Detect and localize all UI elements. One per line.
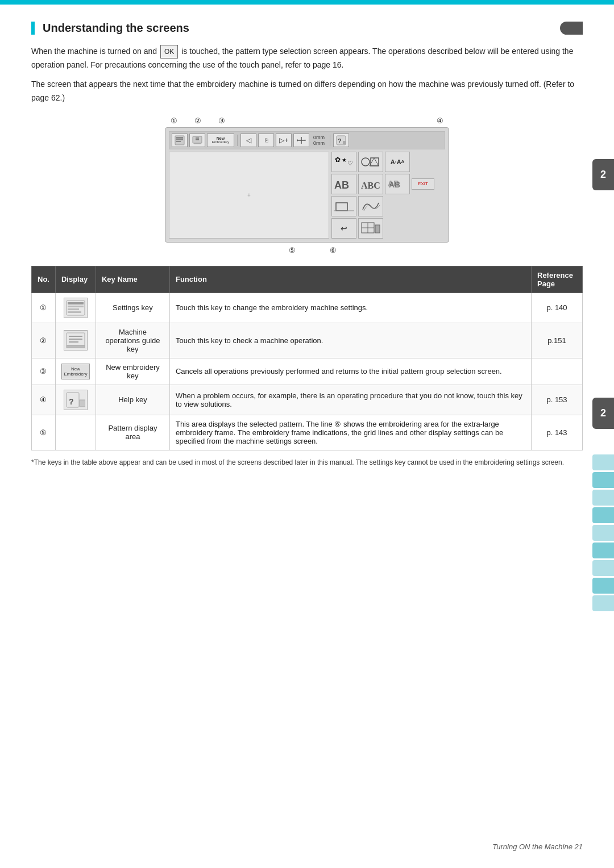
row5-function: This area displays the selected pattern.… bbox=[169, 415, 531, 450]
pattern-buttons-area: ✿ ★ ♡ bbox=[331, 152, 445, 239]
row4-function: When a problem occurs, for example, ther… bbox=[169, 385, 531, 415]
tb-right-arrow: ▷+ bbox=[276, 133, 292, 147]
svg-rect-34 bbox=[68, 308, 79, 310]
pattern-row-4: ↩ bbox=[331, 218, 445, 239]
tb-size-text: 0mm0mm bbox=[313, 135, 325, 146]
callout-bottom: ⑤ ⑥ bbox=[165, 246, 449, 254]
row4-no: ④ bbox=[32, 385, 56, 415]
row1-keyname: Settings key bbox=[96, 293, 169, 323]
callout-1: ① bbox=[171, 116, 177, 125]
svg-text:?: ? bbox=[69, 397, 74, 406]
col-header-display: Display bbox=[55, 266, 96, 293]
col-header-keyname: Key Name bbox=[96, 266, 169, 293]
svg-rect-5 bbox=[194, 143, 201, 144]
svg-rect-42 bbox=[80, 400, 85, 407]
tb-separator-2 bbox=[330, 135, 330, 146]
intro-paragraph-1: When the machine is turned on and OK is … bbox=[31, 45, 583, 72]
stripe-6 bbox=[592, 542, 614, 558]
svg-point-18 bbox=[362, 158, 370, 166]
top-bar bbox=[0, 0, 614, 5]
row5-no: ⑤ bbox=[32, 415, 56, 450]
intro-text-before: When the machine is turned on and bbox=[31, 47, 157, 56]
settings-key-icon bbox=[64, 298, 88, 318]
row4-display: ? bbox=[55, 385, 96, 415]
row3-function: Cancels all operations previously perfor… bbox=[169, 358, 531, 385]
table-row: ② Machine operations guide key Touch thi… bbox=[32, 323, 583, 358]
row1-display bbox=[55, 293, 96, 323]
tb-machine-ops bbox=[189, 133, 205, 147]
callout-3: ③ bbox=[218, 116, 225, 125]
stripe-4 bbox=[592, 507, 614, 523]
new-embroidery-key-display: NewEmbroidery bbox=[61, 364, 90, 379]
svg-text:AB: AB bbox=[334, 180, 349, 191]
row2-ref: p.151 bbox=[532, 323, 583, 358]
row4-keyname: Help key bbox=[96, 385, 169, 415]
svg-rect-25 bbox=[336, 203, 347, 211]
screen-diagram: ① ② ③ ④ New Embroidery bbox=[31, 116, 583, 254]
svg-rect-2 bbox=[176, 139, 183, 140]
stripe-8 bbox=[592, 578, 614, 594]
table-row: ③ NewEmbroidery New embroidery key Cance… bbox=[32, 358, 583, 385]
row3-no: ③ bbox=[32, 358, 56, 385]
section-title: Understanding the screens bbox=[43, 22, 189, 35]
row2-function: Touch this key to check a machine operat… bbox=[169, 323, 531, 358]
section-header: Understanding the screens bbox=[31, 22, 583, 35]
pattern-row-2: AB ABC AB AB bbox=[331, 174, 445, 194]
table-header-row: No. Display Key Name Function ReferenceP… bbox=[32, 266, 583, 293]
row3-ref bbox=[532, 358, 583, 385]
machine-ops-key-icon bbox=[64, 330, 88, 350]
page-footer-text: Turning ON the Machine 21 bbox=[492, 842, 583, 851]
pat-grid bbox=[358, 218, 383, 239]
svg-rect-37 bbox=[67, 345, 85, 348]
main-content: Understanding the screens When the machi… bbox=[31, 5, 583, 468]
diagram-wrapper: ① ② ③ ④ New Embroidery bbox=[165, 116, 449, 254]
stripe-9 bbox=[592, 595, 614, 611]
pat-decorative-1: ✿ ★ ♡ bbox=[331, 152, 356, 172]
row2-keyname: Machine operations guide key bbox=[96, 323, 169, 358]
row1-function: Touch this key to change the embroidery … bbox=[169, 293, 531, 323]
pat-frame bbox=[331, 196, 356, 216]
col-header-ref: ReferencePage bbox=[532, 266, 583, 293]
tb-separator-1 bbox=[237, 135, 238, 146]
callout-4: ④ bbox=[437, 116, 443, 125]
page-footer: Turning ON the Machine 21 bbox=[492, 842, 583, 851]
row2-display bbox=[55, 323, 96, 358]
pattern-row-1: ✿ ★ ♡ bbox=[331, 152, 445, 172]
pat-back-arrow: ↩ bbox=[331, 218, 356, 239]
row4-ref: p. 153 bbox=[532, 385, 583, 415]
section-header-decoration bbox=[560, 22, 583, 35]
svg-text:ABC: ABC bbox=[361, 181, 380, 190]
row5-keyname: Pattern display area bbox=[96, 415, 169, 450]
help-key-icon: ? bbox=[64, 390, 88, 410]
col-header-no: No. bbox=[32, 266, 56, 293]
table-row: ④ ? Help key When a problem occurs, for … bbox=[32, 385, 583, 415]
table-row: ① Settings key Touch this key to change … bbox=[32, 293, 583, 323]
callout-5: ⑤ bbox=[289, 246, 296, 254]
tb-help: ? bbox=[333, 133, 349, 147]
pat-ab-shadow: AB AB bbox=[385, 174, 410, 194]
row5-ref: p. 143 bbox=[532, 415, 583, 450]
svg-text:♡: ♡ bbox=[347, 160, 353, 166]
right-stripes bbox=[592, 454, 614, 611]
key-reference-table: No. Display Key Name Function ReferenceP… bbox=[31, 266, 583, 450]
stripe-5 bbox=[592, 525, 614, 541]
screen-mockup: New Embroidery ◁ ⎘ ▷+ 0mm0mm ? bbox=[165, 127, 449, 243]
stripe-7 bbox=[592, 560, 614, 576]
svg-rect-33 bbox=[68, 306, 84, 307]
footnote: *The keys in the table above appear and … bbox=[31, 457, 583, 468]
svg-rect-14 bbox=[343, 141, 346, 144]
table-row: ⑤ Pattern display area This area display… bbox=[32, 415, 583, 450]
pattern-display-area: + bbox=[169, 152, 329, 239]
callout-6: ⑥ bbox=[330, 246, 337, 254]
svg-text:?: ? bbox=[338, 137, 342, 144]
svg-rect-3 bbox=[176, 141, 181, 142]
svg-rect-1 bbox=[176, 137, 183, 139]
intro-paragraph-2: The screen that appears the next time th… bbox=[31, 78, 583, 105]
svg-rect-30 bbox=[375, 225, 380, 233]
row5-display bbox=[55, 415, 96, 450]
stripe-1 bbox=[592, 454, 614, 470]
tb-new-emb: New Embroidery bbox=[207, 133, 234, 147]
exit-button: EXIT bbox=[412, 178, 434, 190]
stripe-2 bbox=[592, 472, 614, 488]
tb-copy: ⎘ bbox=[258, 133, 274, 147]
